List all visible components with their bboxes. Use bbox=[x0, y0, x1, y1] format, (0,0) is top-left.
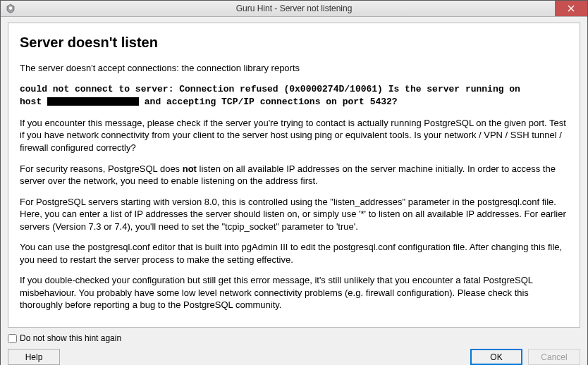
window-title: Guru Hint - Server not listening bbox=[236, 4, 353, 13]
dialog-window: Guru Hint - Server not listening Server … bbox=[0, 0, 588, 365]
error-message: could not connect to server: Connection … bbox=[20, 83, 568, 109]
page-heading: Server doesn't listen bbox=[20, 33, 568, 52]
app-icon bbox=[5, 3, 16, 14]
content-frame: Server doesn't listen The server doesn't… bbox=[8, 23, 580, 328]
intro-text: The server doesn't accept connections: t… bbox=[20, 62, 568, 75]
paragraph-troubleshoot: If you double-checked your configuration… bbox=[20, 274, 568, 311]
svg-point-0 bbox=[9, 6, 12, 9]
paragraph-listen-addresses: For PostgreSQL servers starting with ver… bbox=[20, 196, 568, 233]
suppress-hint-checkbox[interactable] bbox=[8, 334, 17, 343]
suppress-hint-label: Do not show this hint again bbox=[20, 333, 121, 343]
client-area: Server doesn't listen The server doesn't… bbox=[1, 17, 587, 365]
help-button[interactable]: Help bbox=[8, 349, 60, 365]
button-row: Help OK Cancel bbox=[8, 349, 580, 365]
paragraph-check: If you encounter this message, please ch… bbox=[20, 117, 568, 154]
suppress-hint-checkbox-row[interactable]: Do not show this hint again bbox=[8, 333, 580, 343]
close-button[interactable] bbox=[555, 1, 587, 16]
close-icon bbox=[568, 5, 575, 12]
paragraph-security: For security reasons, PostgreSQL does no… bbox=[20, 163, 568, 187]
redacted-host bbox=[47, 97, 139, 106]
ok-button[interactable]: OK bbox=[470, 349, 522, 365]
content-scroll[interactable]: Server doesn't listen The server doesn't… bbox=[8, 23, 580, 327]
titlebar: Guru Hint - Server not listening bbox=[1, 1, 587, 17]
footer: Do not show this hint again Help OK Canc… bbox=[8, 328, 580, 365]
cancel-button: Cancel bbox=[528, 349, 580, 365]
paragraph-editor: You can use the postgresql.conf editor t… bbox=[20, 241, 568, 266]
